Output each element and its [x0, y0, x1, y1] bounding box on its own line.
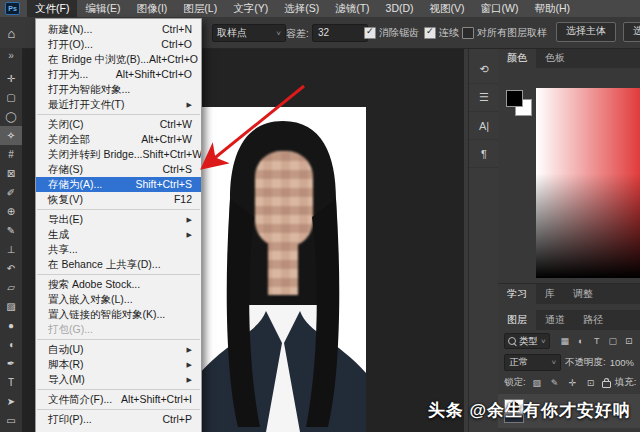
file-menu-item-share[interactable]: 共享... [36, 242, 201, 257]
shape-filter-icon[interactable]: ▢ [606, 335, 620, 348]
file-menu-item-open-as-smart-object[interactable]: 打开为智能对象... [36, 82, 201, 97]
file-menu-item-save[interactable]: 存储(S)Ctrl+S [36, 162, 201, 177]
healing-brush-tool-icon[interactable]: ⊕ [0, 202, 22, 221]
sample-all-layers-checkbox[interactable]: 对所有图层取样 [462, 26, 547, 40]
file-menu-item-generate[interactable]: 生成▶ [36, 227, 201, 242]
file-menu-item-save-as[interactable]: 存储为(A)...Shift+Ctrl+S [36, 177, 201, 192]
blend-mode-dropdown[interactable]: 正常 ˅ [504, 354, 561, 371]
lasso-tool-icon[interactable]: ◯ [0, 107, 22, 126]
select-subject-button[interactable]: 选择主体 [556, 22, 616, 42]
character-panel-icon[interactable]: A| [469, 112, 499, 140]
adjustment-filter-icon[interactable]: ◐ [574, 335, 588, 348]
eyedropper-tool-icon[interactable]: ✐ [0, 183, 22, 202]
tab-swatches[interactable]: 色板 [536, 48, 574, 68]
shape-tool-icon[interactable]: ▭ [0, 411, 22, 430]
blur-tool-icon[interactable]: ● [0, 316, 22, 335]
pen-tool-icon[interactable]: ✒ [0, 354, 22, 373]
file-menu-item-revert[interactable]: 恢复(V)F12 [36, 192, 201, 207]
checkbox-icon [424, 27, 436, 39]
clone-stamp-tool-icon[interactable]: ⊥ [0, 240, 22, 259]
history-brush-tool-icon[interactable]: ↶ [0, 259, 22, 278]
menubar-item-edit[interactable]: 编辑(E) [77, 0, 128, 17]
home-icon[interactable]: ⌂ [2, 24, 21, 42]
file-menu-item-open-recent[interactable]: 最近打开文件(T)▶ [36, 97, 201, 112]
tolerance-label: 容差: [286, 27, 309, 41]
file-menu-item-browse-in-bridge[interactable]: 在 Bridge 中浏览(B)...Alt+Ctrl+O [36, 52, 201, 67]
menubar-item-file[interactable]: 文件(F) [27, 0, 77, 17]
lock-pixels-icon[interactable]: ✎ [548, 376, 562, 389]
gradient-tool-icon[interactable]: ▨ [0, 297, 22, 316]
file-menu: 新建(N)...Ctrl+N打开(O)...Ctrl+O在 Bridge 中浏览… [35, 18, 202, 432]
move-tool-icon[interactable]: ✛ [0, 69, 22, 88]
layer-filter-dropdown[interactable]: 类型 ˅ [504, 333, 550, 349]
tab-libraries[interactable]: 库 [536, 284, 564, 304]
file-menu-item-print[interactable]: 打印(P)...Ctrl+P [36, 412, 201, 427]
file-menu-item-close-all[interactable]: 关闭全部Alt+Ctrl+W [36, 132, 201, 147]
file-menu-item-new[interactable]: 新建(N)...Ctrl+N [36, 22, 201, 37]
blend-mode-row: 正常 ˅ 不透明度: 100% [498, 352, 640, 373]
eraser-tool-icon[interactable]: ▱ [0, 278, 22, 297]
type-filter-icon[interactable]: T [590, 335, 604, 348]
menubar-item-window[interactable]: 窗口(W) [473, 0, 527, 17]
select-and-mask-button[interactable]: 选择并遮住... [623, 22, 640, 42]
foreground-background-swatches[interactable] [506, 90, 536, 120]
crop-tool-icon[interactable]: # [0, 145, 22, 164]
file-menu-item-place-linked[interactable]: 置入链接的智能对象(K)... [36, 307, 201, 322]
file-menu-item-share-on-behance[interactable]: 在 Behance 上共享(D)... [36, 257, 201, 272]
contiguous-checkbox[interactable]: 连续 [424, 26, 459, 40]
chevron-down-icon: ˅ [541, 337, 546, 346]
menubar-item-3d[interactable]: 3D(D) [378, 0, 422, 17]
file-menu-item-place-embedded[interactable]: 置入嵌入对象(L)... [36, 292, 201, 307]
tolerance-input[interactable]: 32 [312, 24, 368, 42]
tab-layers[interactable]: 图层 [498, 310, 536, 330]
photoshop-app-icon[interactable]: Ps [5, 2, 20, 15]
document-photo[interactable] [200, 107, 366, 432]
dodge-tool-icon[interactable]: ◖ [0, 335, 22, 354]
file-menu-item-package[interactable]: 打包(G)... [36, 322, 201, 337]
foreground-color-swatch[interactable] [506, 90, 523, 107]
lock-artboard-icon[interactable]: ⊡ [584, 376, 598, 389]
file-menu-item-search-adobe-stock[interactable]: 搜索 Adobe Stock... [36, 277, 201, 292]
file-menu-item-open-as[interactable]: 打开为...Alt+Shift+Ctrl+O [36, 67, 201, 82]
path-select-tool-icon[interactable]: ➤ [0, 392, 22, 411]
marquee-tool-icon[interactable]: ▢ [0, 88, 22, 107]
lock-position-icon[interactable]: ✛ [566, 376, 580, 389]
file-menu-item-close[interactable]: 关闭(C)Ctrl+W [36, 117, 201, 132]
lock-all-icon[interactable] [602, 381, 611, 388]
menubar-item-filter[interactable]: 滤镜(T) [327, 0, 377, 17]
history-panel-icon[interactable]: ⟲ [469, 56, 499, 84]
menubar-item-type[interactable]: 文字(Y) [225, 0, 276, 17]
properties-panel-icon[interactable]: ☰ [469, 84, 499, 112]
file-menu-item-open[interactable]: 打开(O)...Ctrl+O [36, 37, 201, 52]
magic-wand-tool-icon[interactable]: ✧ [0, 126, 22, 145]
menubar-item-layer[interactable]: 图层(L) [175, 0, 225, 17]
lock-transparency-icon[interactable]: ▨ [530, 376, 544, 389]
tab-color[interactable]: 颜色 [498, 48, 536, 68]
opacity-value[interactable]: 100% [610, 357, 634, 368]
file-menu-item-automate[interactable]: 自动(U)▶ [36, 342, 201, 357]
toolbar-expand-icon[interactable]: » [0, 48, 22, 62]
tab-learn[interactable]: 学习 [498, 284, 536, 304]
tab-paths[interactable]: 路径 [574, 310, 612, 330]
file-menu-item-close-and-go-to-bridge[interactable]: 关闭并转到 Bridge...Shift+Ctrl+W [36, 147, 201, 162]
pixel-filter-icon[interactable]: ▦ [558, 335, 572, 348]
tab-channels[interactable]: 通道 [536, 310, 574, 330]
file-menu-item-scripts[interactable]: 脚本(R)▶ [36, 357, 201, 372]
menubar-item-image[interactable]: 图像(I) [128, 0, 175, 17]
menubar-item-view[interactable]: 视图(V) [422, 0, 473, 17]
anti-alias-checkbox[interactable]: 消除锯齿 [364, 26, 419, 40]
frame-tool-icon[interactable]: ⊠ [0, 164, 22, 183]
smart-object-filter-icon[interactable]: ⊡ [622, 335, 636, 348]
tab-adjustments[interactable]: 调整 [564, 284, 602, 304]
brush-tool-icon[interactable]: ✎ [0, 221, 22, 240]
menubar-item-help[interactable]: 帮助(H) [527, 0, 579, 17]
paragraph-panel-icon[interactable]: ¶ [469, 140, 499, 168]
sample-size-dropdown[interactable]: 取样点 ˅ [212, 24, 286, 42]
menubar-item-select[interactable]: 选择(S) [276, 0, 327, 17]
file-menu-item-export[interactable]: 导出(E)▶ [36, 212, 201, 227]
file-menu-item-file-info[interactable]: 文件简介(F)...Alt+Shift+Ctrl+I [36, 392, 201, 407]
type-tool-icon[interactable]: T [0, 373, 22, 392]
file-menu-item-import[interactable]: 导入(M)▶ [36, 372, 201, 387]
color-picker-gradient[interactable] [536, 88, 640, 278]
blend-mode-value: 正常 [509, 356, 528, 369]
